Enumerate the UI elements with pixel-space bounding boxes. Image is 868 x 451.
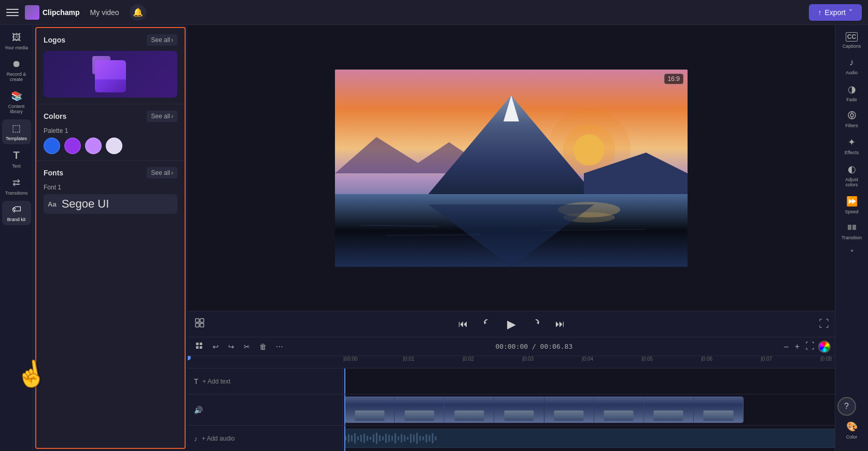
aspect-ratio-badge: 16:9 [664, 74, 683, 84]
notification-bell[interactable]: 🔔 [130, 4, 146, 21]
svg-rect-48 [410, 434, 412, 443]
ruler-tick-3: |0:03 [522, 356, 534, 362]
video-clip[interactable] [344, 397, 744, 423]
svg-rect-30 [354, 433, 356, 443]
svg-rect-50 [416, 433, 418, 444]
timeline-toolbar: ↩ ↪ ✂ 🗑 ⋯ 00:00:00 / 00:06.83 – + [188, 337, 835, 356]
audio-track-row: ♪ + Add audio [188, 426, 835, 451]
transition-icon [847, 223, 857, 233]
skip-forward-button[interactable]: ⏭ [552, 317, 568, 332]
svg-rect-24 [200, 343, 202, 345]
color-swatch-blue[interactable] [44, 138, 60, 154]
text-icon: T [13, 149, 19, 161]
sidebar-item-label: Your media [5, 45, 28, 50]
right-sidebar-item-adjust-colors[interactable]: ◐ Adjust colors [837, 160, 866, 190]
your-media-icon: 🖼 [12, 32, 21, 43]
font-aa: Aa [48, 200, 57, 208]
colors-title: Colors [44, 112, 66, 120]
fullscreen-button[interactable] [819, 319, 829, 330]
sidebar-item-text[interactable]: T Text [2, 146, 31, 172]
right-sidebar-item-filters[interactable]: Filters [837, 107, 866, 131]
right-sidebar-item-color[interactable]: 🎨 Color [837, 418, 866, 443]
svg-rect-32 [360, 435, 362, 442]
logos-title: Logos [44, 36, 65, 44]
audio-clip[interactable] [344, 429, 835, 448]
color-swatch-purple[interactable] [64, 138, 81, 154]
sidebar-item-your-media[interactable]: 🖼 Your media [2, 29, 31, 53]
svg-rect-33 [363, 434, 365, 443]
add-text-button[interactable]: + Add text [203, 378, 231, 385]
svg-rect-41 [388, 435, 390, 442]
ai-icon [194, 317, 205, 329]
audio-waveform [345, 429, 835, 447]
more-options-button[interactable]: ⋯ [273, 340, 286, 353]
sidebar-item-content-library[interactable]: 📚 Content library [2, 87, 31, 117]
delete-button[interactable]: 🗑 [256, 340, 270, 353]
playback-controls: ⏮ ▶ ⏭ [188, 311, 835, 337]
svg-rect-31 [357, 436, 359, 441]
right-sidebar-item-fade[interactable]: ◑ Fade [837, 80, 866, 105]
color-swatch-light-purple[interactable] [85, 138, 102, 154]
rewind-button[interactable] [479, 316, 496, 333]
menu-icon[interactable] [6, 6, 19, 19]
sidebar-item-templates[interactable]: ⬚ Templates [2, 119, 31, 144]
colors-see-all[interactable]: See all › [147, 111, 177, 122]
video-clip-thumbs [345, 397, 743, 422]
sidebar-item-transitions[interactable]: ⇄ Transitions [2, 174, 31, 199]
fonts-section: Fonts See all › Font 1 Aa Segoe UI [36, 161, 185, 220]
play-button[interactable]: ▶ [504, 316, 519, 333]
filters-icon [847, 111, 857, 121]
skip-back-button[interactable]: ⏮ [455, 317, 471, 332]
logo-preview[interactable] [44, 51, 177, 98]
help-button[interactable]: ? [837, 397, 856, 416]
font-item[interactable]: Aa Segoe UI [44, 194, 177, 214]
sidebar-item-label: Record & create [4, 72, 29, 82]
forward-button[interactable] [527, 316, 544, 333]
ruler-tick-7: |0:07 [761, 356, 772, 362]
svg-rect-62 [852, 225, 856, 230]
redo-button[interactable]: ↪ [225, 340, 237, 353]
svg-rect-61 [848, 225, 851, 230]
sidebar-item-label: Content library [4, 104, 29, 114]
color-swatch-lavender[interactable] [106, 138, 122, 154]
add-audio-button[interactable]: + Add audio [202, 435, 235, 442]
ruler-tick-8: |0:08 [820, 356, 832, 362]
color-icon: 🎨 [846, 421, 858, 432]
magnetic-snap-button[interactable] [192, 339, 206, 353]
color-wheel-button[interactable] [818, 340, 831, 353]
audio-label: Audio [846, 70, 858, 75]
ruler-tick-1: |0:01 [403, 356, 414, 362]
ai-tools-button[interactable] [194, 317, 205, 331]
ruler-tick-5: |0:05 [641, 356, 653, 362]
timeline-content: |00:00 |0:01 |0:02 |0:03 |0:04 |0:05 |0:… [188, 356, 835, 451]
video-title-input[interactable]: My video [86, 6, 123, 19]
right-sidebar-item-audio[interactable]: ♪ Audio [837, 54, 866, 78]
right-sidebar-item-effects[interactable]: ✦ Effects [837, 133, 866, 158]
audio-track-content [343, 426, 835, 451]
playhead-text-track [344, 368, 345, 394]
undo-button[interactable]: ↩ [209, 340, 222, 353]
logos-see-all[interactable]: See all › [147, 34, 177, 46]
content-library-icon: 📚 [11, 90, 22, 102]
right-sidebar-item-captions[interactable]: CC Captions [837, 29, 866, 52]
sidebar-item-brand-kit[interactable]: 🏷 Brand kit [2, 201, 31, 225]
export-button[interactable]: ↑ Export ˅ [809, 4, 862, 21]
zoom-in-button[interactable]: + [793, 341, 802, 352]
playhead-handle[interactable] [188, 356, 191, 360]
colors-palette [44, 138, 177, 154]
video-preview-image [335, 70, 688, 267]
right-sidebar-collapse[interactable]: ˅ [837, 245, 866, 262]
zoom-fit-button[interactable] [804, 340, 816, 353]
sidebar-item-record-create[interactable]: ⏺ Record & create [2, 56, 31, 85]
export-chevron: ˅ [849, 8, 852, 17]
zoom-out-button[interactable]: – [782, 341, 791, 352]
colors-section: Colors See all › Palette 1 [36, 104, 185, 160]
svg-rect-25 [196, 346, 199, 349]
right-sidebar-item-speed[interactable]: ⏩ Speed [837, 193, 866, 217]
cut-button[interactable]: ✂ [241, 340, 253, 353]
svg-rect-44 [398, 436, 399, 441]
right-sidebar-item-transition[interactable]: Transition [837, 220, 866, 243]
svg-rect-46 [404, 435, 405, 442]
fonts-see-all[interactable]: See all › [147, 167, 177, 179]
collapse-icon: ˅ [850, 249, 854, 258]
